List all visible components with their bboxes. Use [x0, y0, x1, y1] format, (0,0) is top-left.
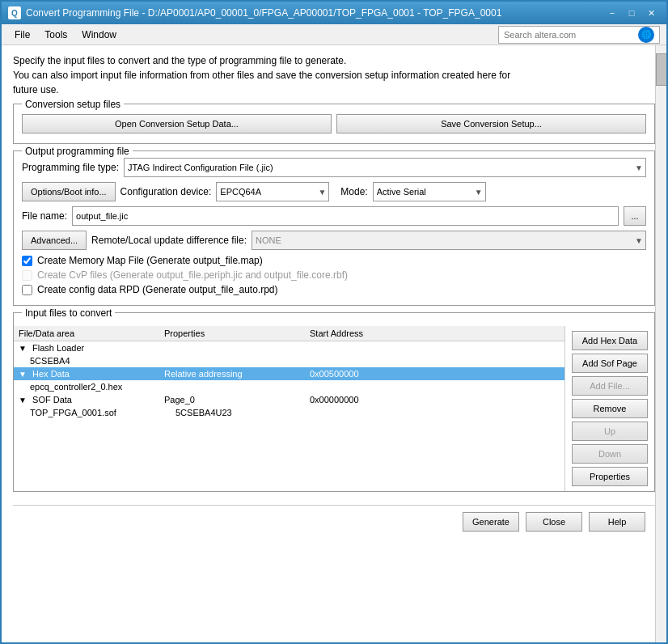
config-device-select[interactable]: EPCQ64A [216, 182, 329, 201]
flash-loader-expand-icon: ▼ [19, 344, 27, 353]
output-programming-section: Output programming file Programming file… [13, 150, 655, 306]
title-bar-left: Q Convert Programming File - D:/AP0001/A… [8, 6, 501, 19]
input-files-label: Input files to convert [22, 307, 115, 319]
help-button[interactable]: Help [589, 512, 645, 532]
sof-child-props: 5CSEBA4U23 [175, 408, 232, 417]
window-body: Specify the input files to convert and t… [2, 45, 666, 642]
checkbox2-row: Create CvP files (Generate output_file.p… [22, 269, 646, 281]
options-boot-button[interactable]: Options/Boot info... [22, 182, 116, 201]
description: Specify the input files to convert and t… [13, 53, 655, 97]
table-row[interactable]: TOP_FPGA_0001.sof 5CSEBA4U23 [14, 406, 564, 419]
table-row[interactable]: epcq_controller2_0.hex [14, 380, 564, 393]
properties-button[interactable]: Properties [572, 467, 648, 486]
right-buttons-panel: Add Hex Data Add Sof Page Add File... Re… [565, 326, 654, 491]
sof-child-name: TOP_FPGA_0001.sof [30, 408, 116, 417]
col-addr-header: Start Address [310, 328, 407, 338]
checkbox3-label: Create config data RPD (Generate output_… [37, 284, 278, 295]
table-row[interactable]: ▼ Hex Data Relative addressing 0x0050000… [14, 367, 564, 380]
remove-button[interactable]: Remove [572, 399, 648, 418]
config-device-label: Configuration device: [120, 186, 212, 197]
advanced-button[interactable]: Advanced... [22, 231, 87, 250]
menu-window[interactable]: Window [75, 28, 123, 42]
hex-data-name: Hex Data [32, 369, 70, 379]
close-button[interactable]: ✕ [642, 6, 660, 20]
table-header: File/Data area Properties Start Address [14, 326, 564, 341]
scrollbar-thumb[interactable] [656, 53, 666, 86]
input-files-table: File/Data area Properties Start Address … [14, 326, 565, 491]
file-name-row: File name: ... [22, 206, 646, 226]
sof-data-expand-icon: ▼ [19, 396, 27, 405]
window-title: Convert Programming File - D:/AP0001/AP0… [26, 7, 501, 19]
browse-button[interactable]: ... [624, 206, 646, 226]
output-programming-label: Output programming file [22, 146, 133, 157]
menu-tools[interactable]: Tools [38, 28, 74, 42]
conversion-setup-label: Conversion setup files [22, 99, 124, 110]
checkbox2-label: Create CvP files (Generate output_file.p… [37, 269, 348, 281]
remote-local-select[interactable]: NONE [252, 231, 646, 250]
mode-select-wrapper: Active Serial ▼ [373, 182, 486, 201]
up-button[interactable]: Up [572, 422, 648, 441]
add-hex-data-button[interactable]: Add Hex Data [572, 331, 648, 350]
title-bar-controls: − □ ✕ [603, 6, 660, 20]
hex-data-expand-icon: ▼ [19, 370, 27, 379]
save-conversion-button[interactable]: Save Conversion Setup... [336, 114, 646, 133]
search-input[interactable] [504, 30, 636, 40]
create-memory-map-checkbox[interactable] [22, 256, 32, 266]
options-config-row: Options/Boot info... Configuration devic… [22, 182, 646, 201]
description-line1: Specify the input files to convert and t… [13, 53, 655, 68]
app-icon: Q [8, 6, 21, 19]
checkbox1-row: Create Memory Map File (Generate output_… [22, 255, 646, 266]
open-conversion-button[interactable]: Open Conversion Setup Data... [22, 114, 332, 133]
table-row[interactable]: 5CSEBA4 [14, 354, 564, 367]
generate-button[interactable]: Generate [463, 512, 519, 532]
create-cvp-checkbox[interactable] [22, 270, 32, 281]
menu-file[interactable]: File [8, 28, 36, 42]
file-name-input[interactable] [72, 206, 619, 226]
description-line2: You can also import input file informati… [13, 68, 655, 83]
remote-local-select-wrapper: NONE ▼ [252, 231, 646, 250]
config-device-select-wrapper: EPCQ64A ▼ [216, 182, 329, 201]
programming-file-type-label: Programming file type: [22, 162, 119, 173]
close-dialog-button[interactable]: Close [526, 512, 582, 532]
input-files-section: Input files to convert File/Data area Pr… [13, 312, 655, 492]
sof-data-name: SOF Data [32, 395, 72, 405]
down-button[interactable]: Down [572, 444, 648, 464]
create-rpd-checkbox[interactable] [22, 285, 32, 295]
remote-local-label: Remote/Local update difference file: [91, 235, 247, 246]
conversion-setup-section: Conversion setup files Open Conversion S… [13, 104, 655, 144]
input-files-content: File/Data area Properties Start Address … [14, 326, 654, 491]
hex-data-addr: 0x00500000 [310, 369, 359, 379]
flash-loader-name: Flash Loader [32, 343, 84, 353]
add-file-button[interactable]: Add File... [572, 376, 648, 396]
sof-data-addr: 0x00000000 [310, 395, 359, 405]
checkbox3-row: Create config data RPD (Generate output_… [22, 284, 646, 295]
flash-loader-child-name: 5CSEBA4 [30, 356, 70, 366]
sof-data-props: Page_0 [164, 395, 195, 405]
scrollbar[interactable] [655, 45, 666, 642]
checkbox1-label: Create Memory Map File (Generate output_… [37, 255, 263, 266]
table-row[interactable]: ▼ Flash Loader [14, 341, 564, 354]
search-globe-icon: 🌐 [638, 27, 654, 43]
bottom-bar: Generate Close Help [13, 505, 655, 538]
programming-file-type-row: Programming file type: JTAG Indirect Con… [22, 158, 646, 177]
table-body: ▼ Flash Loader 5CSEBA4 [14, 341, 564, 419]
programming-file-type-select-wrapper: JTAG Indirect Configuration File (.jic) … [124, 158, 646, 177]
hex-child-name: epcq_controller2_0.hex [30, 382, 122, 392]
programming-file-type-select[interactable]: JTAG Indirect Configuration File (.jic) [124, 158, 646, 177]
add-sof-page-button[interactable]: Add Sof Page [572, 354, 648, 373]
menu-bar: File Tools Window 🌐 [2, 24, 666, 45]
mode-label: Mode: [340, 186, 367, 197]
search-box[interactable]: 🌐 [498, 26, 660, 44]
conversion-setup-buttons: Open Conversion Setup Data... Save Conve… [22, 114, 646, 133]
file-name-label: File name: [22, 210, 67, 222]
menu-items: File Tools Window [8, 28, 123, 42]
mode-select[interactable]: Active Serial [373, 182, 486, 201]
restore-button[interactable]: □ [623, 6, 641, 20]
col-file-header: File/Data area [19, 328, 164, 338]
description-line3: future use. [13, 83, 655, 97]
col-props-header: Properties [164, 328, 310, 338]
minimize-button[interactable]: − [603, 6, 621, 20]
title-bar: Q Convert Programming File - D:/AP0001/A… [2, 2, 666, 24]
table-row[interactable]: ▼ SOF Data Page_0 0x00000000 [14, 393, 564, 406]
advanced-remote-row: Advanced... Remote/Local update differen… [22, 231, 646, 250]
